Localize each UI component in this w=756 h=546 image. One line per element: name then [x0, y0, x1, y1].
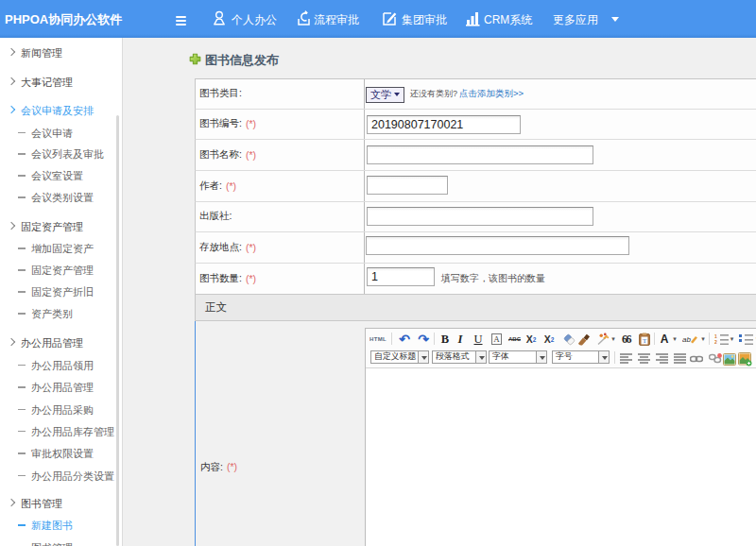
svg-text:2: 2 [714, 339, 717, 345]
svg-text:ab: ab [682, 335, 691, 344]
svg-text:T: T [643, 337, 647, 345]
